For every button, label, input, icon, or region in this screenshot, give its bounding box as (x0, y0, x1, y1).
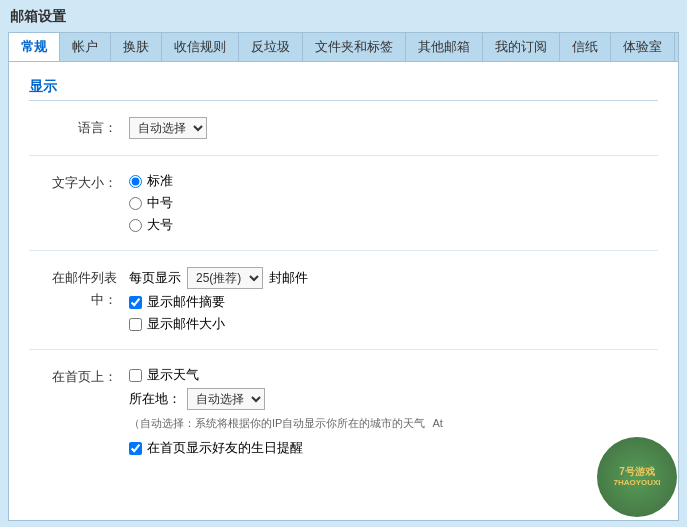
location-row: 所在地： 自动选择 (129, 388, 658, 410)
location-hint-text: （自动选择：系统将根据你的IP自动显示你所在的城市的天气 (129, 417, 425, 429)
page-title: 邮箱设置 (8, 8, 679, 26)
mail-list-row: 在邮件列表中： 每页显示 25(推荐) 封邮件 显示邮件摘要 显示邮件大小 (29, 267, 658, 333)
divider-3 (29, 349, 658, 350)
per-page-row: 每页显示 25(推荐) 封邮件 (129, 267, 658, 289)
language-content: 自动选择 (129, 117, 658, 139)
homepage-label: 在首页上： (29, 366, 129, 388)
birthday-reminder-checkbox-row[interactable]: 在首页显示好友的生日提醒 (129, 439, 658, 457)
language-select[interactable]: 自动选择 (129, 117, 207, 139)
tab-spam[interactable]: 反垃圾 (239, 33, 303, 61)
show-summary-checkbox[interactable] (129, 296, 142, 309)
mail-list-content: 每页显示 25(推荐) 封邮件 显示邮件摘要 显示邮件大小 (129, 267, 658, 333)
font-size-medium-label: 中号 (147, 194, 173, 212)
tab-stationery[interactable]: 信纸 (560, 33, 611, 61)
font-size-medium[interactable]: 中号 (129, 194, 658, 212)
font-size-large-label: 大号 (147, 216, 173, 234)
homepage-content: 显示天气 所在地： 自动选择 （自动选择：系统将根据你的IP自动显示你所在的城市… (129, 366, 658, 457)
tab-skin[interactable]: 换肤 (111, 33, 162, 61)
page-wrapper: 邮箱设置 常规 帐户 换肤 收信规则 反垃圾 文件夹和标签 其他邮箱 我的订阅 … (0, 0, 687, 527)
tab-account[interactable]: 帐户 (60, 33, 111, 61)
location-hint: （自动选择：系统将根据你的IP自动显示你所在的城市的天气 At (129, 416, 658, 431)
tab-other-mail[interactable]: 其他邮箱 (406, 33, 483, 61)
show-size-checkbox[interactable] (129, 318, 142, 331)
font-size-label: 文字大小： (29, 172, 129, 194)
tab-subscriptions[interactable]: 我的订阅 (483, 33, 560, 61)
font-size-radio-group: 标准 中号 大号 (129, 172, 658, 234)
per-page-prefix: 每页显示 (129, 269, 181, 287)
tab-rules[interactable]: 收信规则 (162, 33, 239, 61)
tab-general[interactable]: 常规 (9, 33, 60, 61)
divider-1 (29, 155, 658, 156)
font-size-standard[interactable]: 标准 (129, 172, 658, 190)
language-row: 语言： 自动选择 (29, 117, 658, 139)
divider-2 (29, 250, 658, 251)
font-size-content: 标准 中号 大号 (129, 172, 658, 234)
per-page-select[interactable]: 25(推荐) (187, 267, 263, 289)
show-summary-label: 显示邮件摘要 (147, 293, 225, 311)
per-page-suffix: 封邮件 (269, 269, 308, 287)
show-size-checkbox-row[interactable]: 显示邮件大小 (129, 315, 658, 333)
show-weather-checkbox[interactable] (129, 369, 142, 382)
location-select[interactable]: 自动选择 (187, 388, 265, 410)
location-label: 所在地： (129, 390, 181, 408)
language-select-row: 自动选择 (129, 117, 658, 139)
show-size-label: 显示邮件大小 (147, 315, 225, 333)
birthday-reminder-label: 在首页显示好友的生日提醒 (147, 439, 303, 457)
font-size-standard-label: 标准 (147, 172, 173, 190)
at-badge: At (432, 417, 442, 429)
font-size-standard-radio[interactable] (129, 175, 142, 188)
birthday-reminder-checkbox[interactable] (129, 442, 142, 455)
section-title: 显示 (29, 78, 658, 101)
tab-lab[interactable]: 体验室 (611, 33, 675, 61)
font-size-row: 文字大小： 标准 中号 大号 (29, 172, 658, 234)
homepage-row: 在首页上： 显示天气 所在地： 自动选择 （自动选择：系统将根据你的IP自动显示… (29, 366, 658, 457)
content-area: 显示 语言： 自动选择 文字大小： 标准 (8, 61, 679, 521)
mail-list-label: 在邮件列表中： (29, 267, 129, 311)
tab-folders[interactable]: 文件夹和标签 (303, 33, 406, 61)
font-size-large[interactable]: 大号 (129, 216, 658, 234)
show-summary-checkbox-row[interactable]: 显示邮件摘要 (129, 293, 658, 311)
tabs-bar: 常规 帐户 换肤 收信规则 反垃圾 文件夹和标签 其他邮箱 我的订阅 信纸 体验… (8, 32, 679, 61)
font-size-medium-radio[interactable] (129, 197, 142, 210)
show-weather-checkbox-row[interactable]: 显示天气 (129, 366, 658, 384)
show-weather-label: 显示天气 (147, 366, 199, 384)
font-size-large-radio[interactable] (129, 219, 142, 232)
language-label: 语言： (29, 117, 129, 139)
